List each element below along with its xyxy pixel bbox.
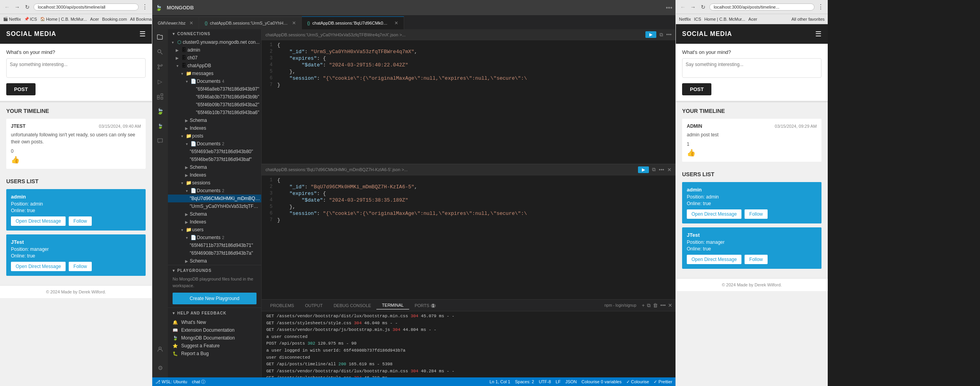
terminal-add-btn[interactable]: + xyxy=(642,302,645,308)
status-spaces[interactable]: Spaces: 2 xyxy=(515,379,534,384)
help-suggest-feature[interactable]: ⭐ Suggest a Feature xyxy=(173,342,257,350)
terminal-tab-debug[interactable]: DEBUG CONSOLE xyxy=(328,302,376,309)
terminal-trash-btn[interactable]: 🗑 xyxy=(653,302,658,308)
tree-ch07[interactable]: ▶ 🗄 ch07 xyxy=(168,54,261,62)
tree-posts[interactable]: ▾ 📁 posts xyxy=(168,132,261,140)
tree-messages[interactable]: ▾ 📁 messages xyxy=(168,70,261,77)
left-follow-jtest[interactable]: Follow xyxy=(69,262,92,271)
right-follow-jtest[interactable]: Follow xyxy=(745,255,768,264)
tree-posts-doc1[interactable]: "65f4693eb737fd186d943b80" xyxy=(168,148,261,155)
tab-close-urms[interactable]: ✕ xyxy=(292,20,296,26)
sidebar-icon-chat[interactable] xyxy=(155,136,166,147)
left-open-dm-jtest[interactable]: Open Direct Message xyxy=(11,262,66,271)
tree-posts-doc2[interactable]: "65f46be5b737fd186d943baf" xyxy=(168,155,261,163)
help-report-bug[interactable]: 🐛 Report a Bug xyxy=(173,350,257,357)
tree-msg-doc1[interactable]: "65f46a8eb737fd186d943b97" xyxy=(168,85,261,93)
tab-close-gmviewer[interactable]: ✕ xyxy=(189,20,193,26)
address-bar[interactable]: localhost:3000/api/posts/timeline/all xyxy=(34,4,139,11)
terminal-tab-output[interactable]: OUTPUT xyxy=(299,302,328,309)
right-bookmark-ics[interactable]: ICS xyxy=(694,17,701,21)
sidebar-icon-account[interactable] xyxy=(155,344,166,355)
sidebar-icon-branch[interactable] xyxy=(155,61,166,72)
tab-gmviewer[interactable]: GMViewer.hbz ✕ xyxy=(152,16,199,29)
left-follow-admin[interactable]: Follow xyxy=(69,216,92,226)
left-hamburger-menu[interactable]: ☰ xyxy=(139,30,146,38)
right-bookmark-netflix[interactable]: Netflix xyxy=(679,17,691,21)
right-forward-button[interactable]: → xyxy=(689,3,697,11)
right-bookmark-acer[interactable]: Acer xyxy=(748,17,757,21)
tree-posts-indexes[interactable]: ▶ Indexes xyxy=(168,171,261,179)
status-branch[interactable]: ⎇ WSL: Ubuntu xyxy=(155,379,187,384)
right-hamburger-menu[interactable]: ☰ xyxy=(815,30,821,38)
tree-sessions-schema[interactable]: ▶ Schema xyxy=(168,210,261,218)
tree-users-docs[interactable]: ▾ 📄 Documents 2 xyxy=(168,234,261,241)
sidebar-icon-extensions[interactable] xyxy=(155,91,166,102)
bookmark-acer[interactable]: Acer xyxy=(90,17,99,21)
tree-sessions[interactable]: ▾ 📁 sessions xyxy=(168,179,261,187)
tab-urms[interactable]: {} chatAppDB.sessions:'UrmS_yCa0YhH0xVa5… xyxy=(199,16,301,29)
tree-msg-doc3[interactable]: "65f46b09b737fd186d943ba2" xyxy=(168,101,261,109)
status-colourise[interactable]: Colourise 0 variables xyxy=(581,379,622,384)
right-address-bar[interactable]: localhost:3000/api/posts/timeline... xyxy=(709,4,814,11)
right-like-button[interactable]: 👍 xyxy=(687,149,695,157)
split-editor-btn[interactable]: ⧉ xyxy=(659,32,663,38)
bookmark-booking[interactable]: Booking.com xyxy=(102,17,127,21)
status-encoding[interactable]: UTF-8 xyxy=(539,379,551,384)
help-mongodb-docs[interactable]: 🍃 MongoDB Documentation xyxy=(173,334,257,342)
status-language[interactable]: JSON xyxy=(565,379,577,384)
right-post-button[interactable]: POST xyxy=(682,83,711,95)
left-post-textarea[interactable] xyxy=(6,58,146,78)
right-reload-button[interactable]: ↻ xyxy=(699,3,707,11)
tree-messages-schema[interactable]: ▶ Schema xyxy=(168,116,261,124)
browser-menu[interactable]: ⋮ xyxy=(141,3,149,11)
run-button-bottom[interactable]: ▶ xyxy=(638,166,649,173)
mongodb-menu-dots[interactable]: ••• xyxy=(666,4,672,11)
right-back-button[interactable]: ← xyxy=(679,3,687,11)
tree-msg-doc2[interactable]: "65f46ab3b737fd186d943b9b" xyxy=(168,93,261,101)
tree-sessions-doc2[interactable]: "UrmS_yCa0YhH0xVa53zfqTFBWre... xyxy=(168,202,261,210)
tree-chatappdb[interactable]: ▾ 🗄 chatAppDB xyxy=(168,62,261,70)
right-browser-menu[interactable]: ⋮ xyxy=(817,3,825,11)
tree-messages-docs[interactable]: ▾ 📄 Documents 4 xyxy=(168,77,261,85)
editor-menu-btn-bottom[interactable]: ••• xyxy=(659,167,664,173)
tree-users-doc1[interactable]: "65f46711b737fd186d943b71" xyxy=(168,241,261,249)
tree-sessions-docs[interactable]: ▾ 📄 Documents 2 xyxy=(168,187,261,195)
split-editor-btn-bottom[interactable]: ⧉ xyxy=(652,166,656,173)
tab-bqu7[interactable]: {} chatAppDB.sessions:'BqU7d96CMk0HMKi_m… xyxy=(302,16,404,29)
bookmark-home[interactable]: 🏠 Home | C.B. McMur... xyxy=(40,17,87,21)
status-chat[interactable]: chat ⓘ xyxy=(192,379,205,385)
sidebar-icon-search[interactable] xyxy=(155,46,166,57)
tree-users[interactable]: ▾ 📁 users xyxy=(168,226,261,234)
right-bookmark-all[interactable]: All other favorites xyxy=(791,17,825,21)
sidebar-icon-debug[interactable]: ▷ xyxy=(155,76,166,87)
bookmark-netflix[interactable]: 🎬 Netflix xyxy=(3,17,21,21)
tree-sessions-indexes[interactable]: ▶ Indexes xyxy=(168,218,261,226)
terminal-dots-btn[interactable]: ••• xyxy=(660,302,666,308)
status-correlate[interactable]: ✓ Colourise xyxy=(626,379,649,384)
playgrounds-header[interactable]: ▾ PLAYGROUNDS xyxy=(173,268,257,273)
terminal-tab-problems[interactable]: PROBLEMS xyxy=(265,302,299,309)
terminal-split-btn[interactable]: ⧉ xyxy=(647,302,650,309)
run-button-top[interactable]: ▶ xyxy=(645,31,656,38)
left-like-button[interactable]: 👍 xyxy=(11,156,20,164)
status-line-ending[interactable]: LF xyxy=(556,379,561,384)
sidebar-icon-files[interactable] xyxy=(155,32,166,43)
terminal-tab-ports[interactable]: PORTS 1 xyxy=(409,302,441,309)
back-button[interactable]: ← xyxy=(3,3,11,11)
tree-users-doc2[interactable]: "65f46908b737fd186d943b7a" xyxy=(168,249,261,257)
tree-msg-doc4[interactable]: "65f46b10b737fd186d943ba6" xyxy=(168,109,261,116)
status-prettier[interactable]: ✓ Prettier xyxy=(654,379,672,384)
terminal-close-btn[interactable]: ✕ xyxy=(668,302,672,308)
tree-sessions-doc1[interactable]: "BqU7d96CMk0HMKi_mDmBQZ7... xyxy=(168,195,261,202)
bookmark-all[interactable]: All Bookmarks xyxy=(130,17,152,21)
reload-button[interactable]: ↻ xyxy=(23,3,31,11)
left-post-button[interactable]: POST xyxy=(6,83,36,95)
editor-close-btn-bottom[interactable]: ✕ xyxy=(667,167,672,173)
tree-cluster[interactable]: ▾ ⬡ cluster0.ynuwarp.mongodb.net con... xyxy=(168,38,261,46)
tree-posts-schema[interactable]: ▶ Schema xyxy=(168,163,261,171)
help-header[interactable]: ▾ HELP AND FEEDBACK xyxy=(173,311,257,315)
right-follow-admin[interactable]: Follow xyxy=(745,209,768,219)
sidebar-icon-leaf[interactable]: 🍃 xyxy=(155,121,166,132)
tree-admin[interactable]: ▶ 🗄 admin xyxy=(168,46,261,54)
connections-header[interactable]: ▾ CONNECTIONS xyxy=(168,29,261,38)
